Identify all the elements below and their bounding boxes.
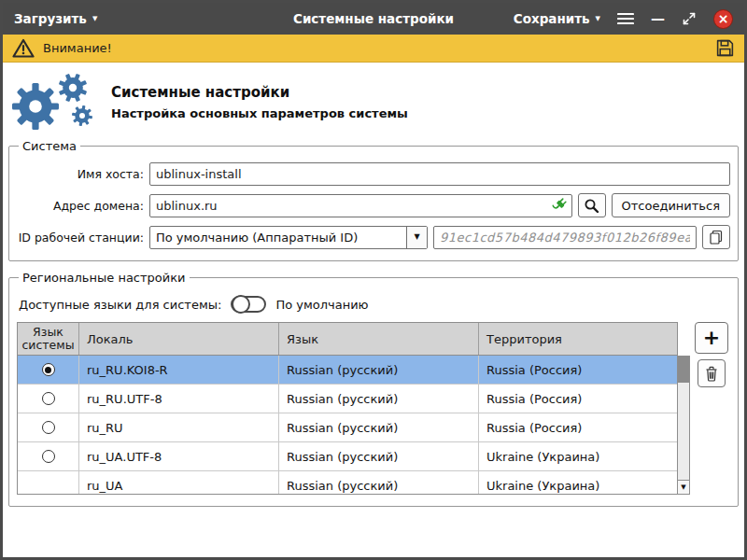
hamburger-icon [617, 12, 634, 25]
column-header-territory: Территория [479, 323, 677, 355]
radio-unselected[interactable] [42, 392, 55, 405]
chevron-down-icon: ▼ [414, 233, 419, 241]
cell-locale: ru_RU.KOI8-R [79, 356, 279, 384]
cell-locale: ru_UA.UTF-8 [79, 442, 279, 470]
toggle-label: По умолчанию [275, 298, 368, 312]
cell-locale: ru_RU [79, 413, 279, 441]
maximize-button[interactable] [682, 11, 697, 26]
titlebar: Загрузить ▼ Системные настройки Сохранит… [3, 3, 744, 35]
chevron-down-icon: ▼ [596, 16, 600, 22]
save-button[interactable] [715, 38, 735, 58]
radio-unselected[interactable] [42, 450, 55, 463]
system-settings-window: Загрузить ▼ Системные настройки Сохранит… [0, 0, 747, 560]
load-menu-button[interactable]: Загрузить ▼ [14, 11, 97, 26]
cell-locale: ru_RU.UTF-8 [79, 385, 279, 413]
cell-language: Russian (русский) [279, 385, 479, 413]
regional-group-legend: Региональные настройки [19, 271, 190, 285]
page-subtitle: Настройка основных параметров системы [111, 106, 408, 120]
regional-group: Региональные настройки Доступные языки д… [8, 271, 739, 507]
locales-table: Язык системы Локаль Язык Территория ru_R… [17, 322, 678, 495]
cell-language: Russian (русский) [279, 356, 479, 384]
cell-territory: Russia (Россия) [479, 385, 677, 413]
cell-territory: Ukraine (Украина) [479, 442, 677, 470]
radio-unselected[interactable] [42, 421, 55, 434]
gears-icon [10, 72, 98, 132]
save-menu-button[interactable]: Сохранить ▼ [514, 11, 600, 26]
scroll-down-icon: ▼ [681, 483, 685, 491]
column-header-locale: Локаль [79, 323, 279, 355]
trash-icon [704, 366, 719, 382]
titlebar-actions: Сохранить ▼ — [514, 9, 733, 29]
minimize-button[interactable]: — [651, 12, 665, 26]
cell-language: Russian (русский) [279, 442, 479, 470]
disconnect-button[interactable]: Отсоединиться [612, 193, 731, 217]
cell-territory: Russia (Россия) [479, 356, 677, 384]
system-group: Система Имя хоста: Адрес домена: [8, 139, 739, 261]
cell-locale: ru_UA [79, 471, 279, 495]
scroll-down-button[interactable]: ▼ [678, 480, 689, 494]
default-languages-toggle[interactable] [231, 296, 266, 313]
system-group-legend: Система [19, 139, 80, 153]
hostname-label: Имя хоста: [17, 167, 144, 181]
search-icon [584, 198, 599, 214]
close-icon: × [718, 12, 729, 25]
station-id-mode-value: По умолчанию (Аппаратный ID) [150, 227, 406, 248]
table-row[interactable]: ru_UA.UTF-8 Russian (русский) Ukraine (У… [18, 442, 677, 471]
page-header: Системные настройки Настройка основных п… [8, 68, 739, 139]
domain-input[interactable] [149, 194, 572, 217]
search-button[interactable] [578, 193, 606, 217]
station-id-value-field [433, 226, 697, 249]
delete-locale-button[interactable] [698, 359, 726, 387]
warning-icon [12, 38, 35, 58]
page-title: Системные настройки [111, 84, 408, 101]
table-row[interactable]: ru_UA Russian (русский) Ukraine (Украина… [18, 471, 677, 495]
table-header: Язык системы Локаль Язык Территория [17, 322, 678, 356]
station-id-mode-select[interactable]: По умолчанию (Аппаратный ID) ▼ [149, 226, 428, 249]
floppy-icon [715, 38, 735, 58]
copy-icon [709, 230, 724, 245]
locales-table-area: Язык системы Локаль Язык Территория ru_R… [17, 322, 730, 495]
table-action-buttons: + [695, 322, 728, 387]
scrollbar-thumb[interactable] [678, 357, 689, 383]
station-id-row: ID рабочей станции: По умолчанию (Аппара… [17, 225, 730, 249]
table-row[interactable]: ru_RU.KOI8-R Russian (русский) Russia (Р… [18, 356, 677, 385]
table-scrollbar[interactable]: ▼ [677, 356, 690, 495]
domain-row: Адрес домена: [17, 193, 730, 217]
table-row[interactable]: ru_RU Russian (русский) Russia (Россия) [18, 413, 677, 442]
warning-text: Внимание! [43, 41, 112, 55]
expand-icon [682, 11, 697, 26]
radio-selected[interactable] [42, 363, 55, 376]
warning-bar: Внимание! [3, 35, 744, 63]
cell-language: Russian (русский) [279, 413, 479, 441]
plus-icon: + [703, 328, 720, 348]
languages-toggle-row: Доступные языки для системы: По умолчани… [19, 296, 730, 313]
chevron-down-icon: ▼ [92, 16, 97, 22]
menu-button[interactable] [617, 12, 634, 25]
content-area: Системные настройки Настройка основных п… [3, 63, 744, 557]
table-row[interactable]: ru_RU.UTF-8 Russian (русский) Russia (Ро… [18, 385, 677, 413]
domain-label: Адрес домена: [17, 199, 144, 213]
column-header-language: Язык [279, 323, 479, 355]
load-menu-label: Загрузить [14, 11, 87, 26]
column-header-system-language: Язык системы [18, 323, 79, 355]
cell-territory: Ukraine (Украина) [479, 471, 677, 495]
languages-label: Доступные языки для системы: [19, 298, 221, 312]
hostname-input[interactable] [149, 162, 730, 186]
table-body: ru_RU.KOI8-R Russian (русский) Russia (Р… [17, 356, 678, 495]
copy-button[interactable] [702, 225, 730, 249]
add-locale-button[interactable]: + [695, 322, 728, 354]
toggle-knob [232, 295, 250, 314]
cell-language: Russian (русский) [279, 471, 479, 495]
hostname-row: Имя хоста: [17, 162, 730, 186]
close-button[interactable]: × [713, 9, 733, 29]
station-id-label: ID рабочей станции: [17, 231, 144, 245]
connected-plug-icon [551, 197, 568, 214]
save-menu-label: Сохранить [514, 11, 590, 26]
cell-territory: Russia (Россия) [479, 413, 677, 441]
combo-dropdown-button[interactable]: ▼ [406, 227, 427, 248]
minimize-icon: — [651, 12, 665, 26]
